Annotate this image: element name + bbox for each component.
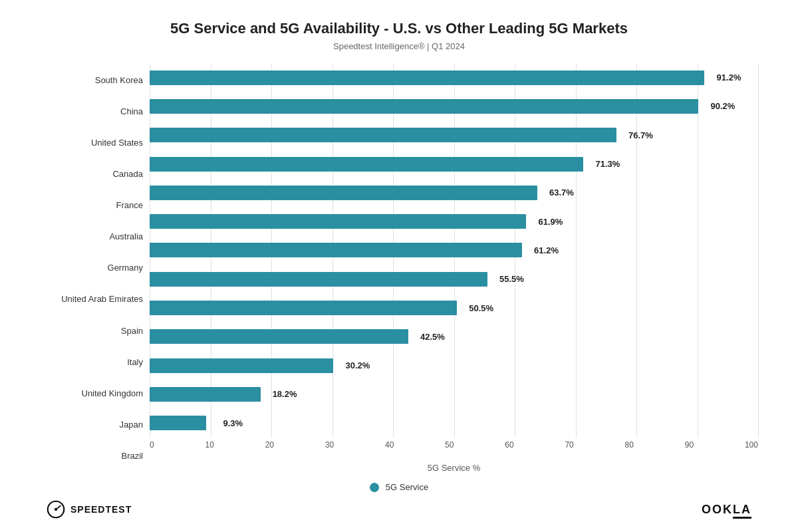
bar-united-kingdom: 30.2% (150, 358, 333, 373)
speedtest-label: SPEEDTEST (70, 504, 132, 515)
speedtest-logo: SPEEDTEST (47, 500, 132, 519)
y-label-united-kingdom: United Kingdom (40, 381, 143, 405)
bar-value-label: 30.2% (345, 360, 370, 370)
y-label-south-korea: South Korea (40, 68, 143, 92)
bar-japan: 18.2% (150, 387, 261, 402)
y-label-australia: Australia (40, 225, 143, 249)
chart-area: South KoreaChinaUnited StatesCanadaFranc… (40, 63, 758, 473)
bar-row: 91.2% (150, 66, 758, 90)
bar-row: 30.2% (150, 354, 758, 378)
bars-rows: 91.2%90.2%76.7%71.3%63.7%61.9%61.2%55.5%… (150, 63, 758, 438)
bar-row: 61.2% (150, 238, 758, 262)
speedtest-icon (47, 500, 65, 519)
bar-row: 76.7% (150, 123, 758, 147)
bar-row: 61.9% (150, 209, 758, 233)
grid-and-bars: 91.2%90.2%76.7%71.3%63.7%61.9%61.2%55.5%… (150, 63, 758, 438)
y-label-japan: Japan (40, 412, 143, 436)
x-tick-10: 10 (205, 440, 213, 450)
bar-australia: 61.9% (150, 214, 526, 229)
bar-france: 63.7% (150, 186, 537, 200)
bar-value-label: 90.2% (710, 101, 735, 111)
y-labels: South KoreaChinaUnited StatesCanadaFranc… (40, 63, 150, 473)
x-axis-ticks: 0102030405060708090100 (150, 440, 758, 450)
bar-value-label: 50.5% (469, 303, 493, 313)
x-tick-60: 60 (505, 440, 513, 450)
bar-value-label: 91.2% (717, 72, 741, 82)
bar-spain: 50.5% (150, 301, 457, 315)
bar-brazil: 9.3% (150, 416, 206, 430)
x-axis-label: 5G Service % (150, 463, 758, 473)
bar-row: 18.2% (150, 382, 758, 406)
bar-china: 90.2% (150, 99, 698, 114)
y-label-germany: Germany (40, 256, 143, 280)
bar-row: 90.2% (150, 94, 758, 118)
chart-container: 5G Service and 5G Availability - U.S. vs… (0, 0, 798, 532)
footer: SPEEDTEST OOKLA (40, 500, 758, 519)
y-label-china: China (40, 100, 143, 124)
bar-value-label: 61.9% (539, 217, 563, 227)
bar-row: 50.5% (150, 296, 758, 320)
x-tick-70: 70 (565, 440, 573, 450)
x-tick-30: 30 (325, 440, 334, 450)
bar-value-label: 42.5% (420, 332, 445, 342)
legend-label: 5G Service (386, 482, 428, 492)
x-tick-80: 80 (625, 440, 634, 450)
bar-value-label: 63.7% (549, 188, 574, 198)
bar-united-arab-emirates: 55.5% (150, 272, 487, 287)
bar-united-states: 76.7% (150, 128, 616, 142)
bar-row: 55.5% (150, 267, 758, 291)
bar-row: 71.3% (150, 152, 758, 176)
ookla-logo: OOKLA (702, 503, 751, 517)
chart-subtitle: Speedtest Intelligence® | Q1 2024 (40, 41, 758, 51)
bar-value-label: 18.2% (273, 389, 297, 399)
bars-section: 91.2%90.2%76.7%71.3%63.7%61.9%61.2%55.5%… (150, 63, 758, 473)
bar-canada: 71.3% (150, 157, 583, 172)
x-tick-0: 0 (150, 440, 154, 450)
bar-south-korea: 91.2% (150, 70, 704, 85)
y-label-france: France (40, 194, 143, 217)
x-tick-40: 40 (385, 440, 394, 450)
y-label-italy: Italy (40, 350, 143, 374)
x-tick-50: 50 (445, 440, 454, 450)
bar-value-label: 76.7% (628, 130, 653, 140)
bar-row: 63.7% (150, 181, 758, 205)
bar-value-label: 71.3% (596, 159, 620, 169)
legend-dot (370, 483, 379, 492)
bar-row: 9.3% (150, 411, 758, 435)
bar-row: 42.5% (150, 325, 758, 348)
bar-value-label: 9.3% (223, 418, 243, 428)
bar-germany: 61.2% (150, 243, 522, 257)
chart-title: 5G Service and 5G Availability - U.S. vs… (40, 20, 758, 37)
y-label-canada: Canada (40, 162, 143, 186)
y-label-united-arab-emirates: United Arab Emirates (40, 287, 143, 311)
bar-value-label: 55.5% (499, 274, 524, 284)
x-axis: 0102030405060708090100 (150, 440, 758, 460)
ookla-label: OOKLA (702, 503, 751, 519)
x-tick-100: 100 (745, 440, 758, 450)
bar-value-label: 61.2% (534, 245, 559, 255)
x-tick-20: 20 (265, 440, 274, 450)
svg-point-1 (55, 508, 57, 511)
y-label-united-states: United States (40, 131, 143, 155)
y-label-spain: Spain (40, 319, 143, 342)
bar-italy: 42.5% (150, 329, 408, 344)
legend: 5G Service (40, 482, 758, 492)
grid-line-100 (758, 63, 759, 438)
y-label-brazil: Brazil (40, 444, 143, 467)
x-tick-90: 90 (685, 440, 694, 450)
